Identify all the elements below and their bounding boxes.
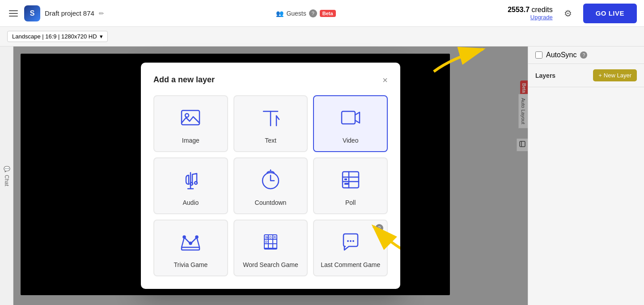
layer-item-image[interactable]: Image (153, 95, 228, 152)
svg-point-35 (352, 240, 354, 242)
autosync-checkbox[interactable] (535, 51, 542, 59)
svg-rect-6 (342, 111, 355, 124)
beta-badge: Beta (320, 10, 336, 17)
modal-overlay[interactable]: Add a new layer × Image (13, 47, 528, 305)
autosync-help[interactable]: ? (580, 51, 587, 59)
svg-text:O: O (269, 236, 272, 239)
layer-grid: Image Text (153, 95, 388, 276)
svg-point-34 (350, 240, 352, 242)
lastcomment-icon (340, 231, 361, 257)
svg-point-9 (190, 182, 193, 185)
audio-icon (180, 169, 201, 195)
svg-rect-0 (182, 110, 199, 125)
subheader: Landscape | 16:9 | 1280x720 HD ▾ (0, 27, 644, 47)
credits-display: 2553.7 credits (508, 6, 553, 14)
svg-rect-19 (182, 247, 199, 250)
layer-item-lastcomment[interactable]: ? Last Comment Game (313, 220, 388, 276)
resolution-select[interactable]: Landscape | 16:9 | 1280x720 HD ▾ (7, 31, 108, 42)
svg-point-20 (183, 236, 186, 238)
main-header: S Draft project 874 ✏ 👥 Guests ? Beta 25… (0, 0, 644, 27)
text-label: Text (265, 137, 276, 144)
layers-label: Layers (535, 72, 555, 79)
layer-item-trivia[interactable]: Trivia Game (153, 220, 228, 276)
layer-item-audio[interactable]: Audio (153, 157, 228, 214)
hamburger-menu[interactable] (7, 8, 20, 18)
countdown-icon (260, 169, 281, 195)
svg-point-22 (190, 242, 192, 245)
svg-text:D: D (265, 240, 267, 243)
countdown-label: Countdown (255, 199, 287, 206)
header-center: 👥 Guests ? Beta (276, 9, 335, 17)
guests-help-icon[interactable]: ? (309, 9, 317, 17)
canvas-area: Add a new layer × Image (13, 47, 528, 305)
image-label: Image (182, 137, 199, 144)
svg-rect-18 (344, 183, 349, 185)
go-live-button[interactable]: GO LIVE (583, 4, 637, 23)
trivia-icon (180, 231, 201, 257)
wordsearch-label: Word Search Game (243, 261, 298, 268)
svg-rect-17 (344, 178, 347, 180)
chevron-down-icon: ▾ (100, 33, 103, 40)
svg-text:W: W (265, 236, 268, 239)
text-icon (260, 107, 281, 132)
image-icon (180, 107, 201, 132)
layer-item-poll[interactable]: Poll (313, 157, 388, 214)
audio-label: Audio (182, 199, 199, 206)
chat-icon: 💬 (4, 165, 10, 172)
new-layer-button[interactable]: + New Layer (593, 69, 637, 81)
layer-item-wordsearch[interactable]: W O R D Word Search Game (233, 220, 308, 276)
svg-point-10 (195, 182, 197, 184)
app-logo: S (24, 5, 40, 21)
layer-item-video[interactable]: Video (313, 95, 388, 152)
project-name: Draft project 874 (45, 9, 94, 17)
add-layer-modal: Add a new layer × Image (141, 63, 400, 289)
upgrade-link[interactable]: Upgrade (508, 14, 553, 21)
header-left: S Draft project 874 ✏ (7, 5, 104, 21)
guests-button[interactable]: 👥 Guests ? Beta (276, 9, 335, 17)
poll-icon (340, 169, 361, 195)
trivia-label: Trivia Game (174, 261, 208, 268)
lastcomment-label: Last Comment Game (321, 261, 380, 268)
wordsearch-icon: W O R D (260, 231, 281, 257)
new-layer-label: New Layer (604, 72, 631, 79)
modal-header: Add a new layer × (153, 75, 388, 85)
svg-text:R: R (274, 236, 276, 239)
poll-label: Poll (345, 199, 356, 206)
svg-point-33 (347, 240, 349, 242)
modal-close-button[interactable]: × (382, 76, 388, 85)
credits-label: credits (530, 6, 553, 13)
layer-item-text[interactable]: Text (233, 95, 308, 152)
resolution-label: Landscape | 16:9 | 1280x720 HD (12, 33, 97, 40)
layer-item-countdown[interactable]: Countdown (233, 157, 308, 214)
settings-icon[interactable]: ⚙ (560, 5, 576, 21)
video-icon (340, 107, 361, 132)
chat-sidebar[interactable]: 💬 Chat (0, 47, 13, 305)
header-right: 2553.7 credits Upgrade ⚙ GO LIVE (508, 4, 637, 23)
plus-icon: + (598, 72, 602, 79)
autosync-label: AutoSync (546, 51, 576, 59)
credits-amount: 2553.7 (508, 6, 530, 13)
lastcomment-help-badge[interactable]: ? (375, 224, 383, 232)
svg-point-21 (196, 236, 198, 238)
video-label: Video (343, 137, 359, 144)
guests-icon: 👥 (276, 10, 284, 17)
edit-project-icon[interactable]: ✏ (99, 10, 104, 17)
layers-header: Layers + New Layer (528, 64, 644, 87)
guests-label: Guests (286, 10, 306, 17)
chat-label: Chat (4, 175, 10, 186)
modal-title: Add a new layer (153, 75, 215, 85)
main-layout: 💬 Chat Add a new layer × (0, 47, 644, 305)
credits-info: 2553.7 credits Upgrade (508, 6, 553, 21)
right-sidebar: AutoSync ? Layers + New Layer Beta Auto … (528, 47, 644, 305)
svg-point-1 (185, 114, 189, 117)
